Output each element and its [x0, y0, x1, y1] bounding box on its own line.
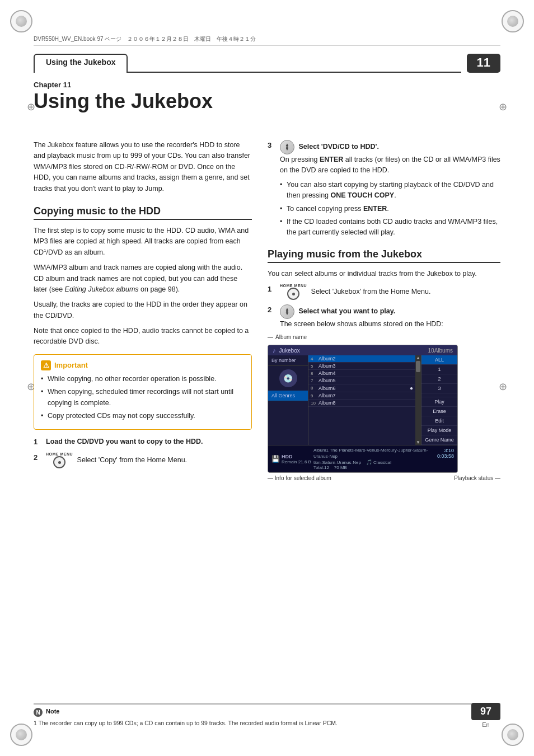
jukebox-screenshot: ♪ Jukebox 10Albums By number 💿 All Genre…: [268, 345, 458, 473]
important-bullet-list: While copying, no other recorder operati…: [41, 374, 245, 422]
jukebox-hdd-info: 💾 HDD Remain 21.6 B: [271, 448, 311, 470]
home-menu-icon2: HOME MENU: [280, 284, 307, 300]
jukebox-sidebar: By number 💿 All Genres: [268, 355, 308, 445]
important-title: ⚠ Important: [41, 360, 245, 370]
nav-icon2: ▲ ▼: [280, 304, 294, 319]
list-item: When copying, scheduled timer recordings…: [41, 387, 245, 408]
corner-decoration-bl: [10, 724, 32, 746]
table-row[interactable]: 10 Album8: [308, 400, 415, 407]
two-column-layout: The Jukebox feature allows you to use th…: [34, 140, 500, 481]
right-panel-all[interactable]: ALL: [421, 355, 457, 365]
copy-para2: WMA/MP3 album and track names are copied…: [34, 262, 252, 295]
jukebox-scrollbar[interactable]: ▲ ▼: [415, 355, 421, 445]
table-row[interactable]: 9 Album7: [308, 392, 415, 400]
right-panel-3[interactable]: 3: [421, 384, 457, 393]
right-panel-edit[interactable]: Edit: [421, 416, 457, 426]
sidebar-item-by-number[interactable]: By number: [268, 355, 308, 366]
jukebox-footer-time: 3:10 0:03:58: [437, 448, 454, 470]
jukebox-title: Jukebox: [279, 348, 300, 354]
copy-step1: 1 Load the CD/DVD you want to copy to th…: [34, 436, 252, 448]
sidebar-item-all-genres[interactable]: All Genres: [268, 391, 308, 401]
play-step2: 2 ▲ ▼ Select what you want to play. The …: [268, 304, 500, 330]
list-item: You can also start copying by starting p…: [280, 180, 500, 201]
scroll-thumb[interactable]: [416, 361, 420, 372]
right-panel-play-mode[interactable]: Play Mode: [421, 426, 457, 435]
table-row[interactable]: 5 Album3: [308, 363, 415, 370]
jukebox-right-panel: ALL 1 2 3 Play Erase Edit Play Mode Genr…: [421, 355, 457, 445]
note-icon: N: [34, 708, 43, 717]
corner-decoration-br: [502, 724, 524, 746]
table-row[interactable]: 7 Album5: [308, 377, 415, 384]
warning-icon: ⚠: [41, 360, 51, 370]
chapter-title: Using the Jukebox: [34, 90, 500, 112]
copy-para4: Note that once copied to the HDD, audio …: [34, 326, 252, 348]
right-column: 3 ▲ ▼ Select 'DVD/CD to HDD'. On pressin…: [268, 140, 500, 481]
corner-decoration-tr: [502, 10, 524, 32]
intro-paragraph: The Jukebox feature allows you to use th…: [34, 140, 252, 194]
chapter-number-badge: 11: [467, 54, 500, 73]
list-item: If the CD loaded contains both CD audio …: [280, 217, 500, 238]
right-step3: 3 ▲ ▼ Select 'DVD/CD to HDD'. On pressin…: [268, 140, 500, 241]
callout-info-label: Info for selected album: [275, 475, 331, 481]
important-box: ⚠ Important While copying, no other reco…: [34, 354, 252, 430]
jukebox-body: By number 💿 All Genres 4 Album2 5 Album3: [268, 355, 457, 445]
jukebox-main-list: 4 Album2 5 Album3 8 Album4 7 Album5: [308, 355, 415, 445]
table-row[interactable]: 4 Album2: [308, 355, 415, 363]
table-row[interactable]: 8 Album4: [308, 370, 415, 377]
jukebox-titlebar: ♪ Jukebox 10Albums: [268, 345, 457, 355]
header-file-info: DVR550H_WV_EN.book 97 ページ ２００６年１２月２８日 木曜…: [34, 34, 500, 46]
nav-icon: ▲ ▼: [280, 140, 294, 154]
page-number-box: 97 En: [471, 703, 500, 728]
right-panel-2[interactable]: 2: [421, 374, 457, 384]
copy-step2: 2 HOME MENU Select 'Copy' from the Home …: [34, 452, 252, 468]
tab-label: Using the Jukebox: [34, 54, 128, 73]
jukebox-footer-album-info: Album1 The Planets-Mars-Venus-Mercury-Ju…: [313, 448, 435, 470]
copy-para3: Usually, the tracks are copied to the HD…: [34, 299, 252, 321]
list-item: While copying, no other recorder operati…: [41, 374, 245, 384]
list-item: To cancel copying press ENTER.: [280, 204, 500, 214]
play-section-heading: Playing music from the Jukebox: [268, 248, 500, 263]
note-text: 1 The recorder can copy up to 999 CDs; a…: [34, 719, 500, 728]
sidebar-cd-icon: 💿: [279, 369, 297, 387]
jukebox-album-count: 10Albums: [428, 348, 453, 354]
copy-section-heading: Copying music to the HDD: [34, 205, 252, 220]
chapter-section: Using the Jukebox 11 Chapter 11 Using th…: [34, 54, 500, 119]
chapter-label: Chapter 11: [34, 81, 500, 89]
right-panel-1[interactable]: 1: [421, 365, 457, 374]
note-section: N Note 1 The recorder can copy up to 999…: [34, 703, 500, 728]
tab-strip: Using the Jukebox 11: [34, 54, 500, 73]
left-column: The Jukebox feature allows you to use th…: [34, 140, 252, 481]
list-item: Copy protected CDs may not copy successf…: [41, 411, 245, 421]
tab-line: [128, 54, 461, 73]
callout-labels-row: — Info for selected album Playback statu…: [268, 475, 500, 481]
page-number: 97: [480, 706, 491, 717]
right-panel-erase[interactable]: Erase: [421, 407, 457, 416]
album-name-callout: — Album name: [268, 334, 500, 340]
step3-bullet-list: You can also start copying by starting p…: [280, 180, 500, 238]
jukebox-footer: 💾 HDD Remain 21.6 B Album1 The Planets-M…: [268, 445, 457, 472]
corner-decoration-tl: [10, 10, 32, 32]
play-step1: 1 HOME MENU Select 'Jukebox' from the Ho…: [268, 284, 500, 300]
table-row[interactable]: 8 Album6 ●: [308, 384, 415, 392]
home-menu-icon: HOME MENU: [46, 452, 73, 468]
callout-playback-label: Playback status: [454, 475, 493, 481]
play-intro: You can select albums or individual trac…: [268, 269, 500, 279]
note-title: Note: [46, 708, 59, 715]
jukebox-icon: ♪: [273, 347, 276, 354]
page-lang: En: [482, 721, 489, 728]
right-panel-play[interactable]: Play: [421, 397, 457, 407]
right-panel-genre-name[interactable]: Genre Name: [421, 435, 457, 445]
copy-para1: The first step is to copy some music to …: [34, 226, 252, 258]
